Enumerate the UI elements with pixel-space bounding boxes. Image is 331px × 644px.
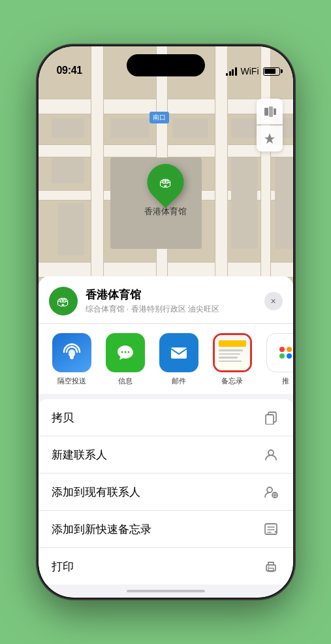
venue-sheet-name: 香港体育馆 [86,287,257,302]
print-icon [262,557,280,575]
action-mail[interactable]: 邮件 [156,333,202,386]
svg-rect-1 [269,106,273,117]
list-item-print[interactable]: 打印 [39,548,293,585]
map-type-button[interactable] [257,99,283,125]
list-item-new-contact[interactable]: 新建联系人 [39,436,293,474]
new-contact-icon [262,445,280,464]
svg-point-17 [268,566,269,568]
action-more[interactable]: 推 [263,333,293,386]
more-label: 推 [282,376,289,386]
list-item-quick-note-label: 添加到新快速备忘录 [52,522,151,537]
svg-rect-10 [266,415,274,425]
list-item-copy[interactable]: 拷贝 [39,399,293,436]
svg-point-11 [268,450,274,455]
action-airdrop[interactable]: 隔空投送 [49,333,95,386]
more-icon [266,333,293,372]
phone-frame: 09:41 WiFi [39,46,293,598]
svg-point-7 [127,351,129,353]
svg-point-6 [124,351,126,353]
mail-label: 邮件 [172,376,186,386]
add-contact-icon [262,483,280,501]
sheet-header: 🏟 香港体育馆 综合体育馆 · 香港特别行政区 油尖旺区 × [39,276,293,323]
messages-icon [106,333,145,372]
list-item-copy-label: 拷贝 [52,410,74,425]
airdrop-label: 隔空投送 [57,376,86,386]
svg-rect-8 [171,347,187,359]
venue-sheet-icon: 🏟 [49,287,78,315]
action-messages[interactable]: 信息 [102,333,148,386]
station-label: 南口 [150,112,169,123]
copy-icon [262,408,280,427]
svg-rect-0 [264,108,268,116]
status-icons: WiFi [226,66,280,76]
list-item-add-contact[interactable]: 添加到现有联系人 [39,474,293,511]
svg-point-12 [267,487,272,492]
list-item-add-contact-label: 添加到现有联系人 [52,485,140,500]
venue-sheet-sub: 综合体育馆 · 香港特别行政区 油尖旺区 [86,304,257,315]
notes-icon [215,335,250,370]
status-time: 09:41 [57,65,82,76]
actions-row: 隔空投送 信息 [39,323,293,394]
messages-label: 信息 [118,376,133,386]
list-section: 拷贝 新建联系人 [39,399,293,585]
wifi-icon: WiFi [241,66,259,76]
list-item-quick-note[interactable]: 添加到新快速备忘录 [39,511,293,548]
close-button[interactable]: × [264,292,283,310]
notes-label: 备忘录 [221,376,243,386]
venue-pin: 🏟 [140,156,191,208]
list-item-new-contact-label: 新建联系人 [52,447,107,462]
location-button[interactable] [257,125,283,152]
home-indicator [127,590,205,592]
list-item-print-label: 打印 [52,559,74,574]
svg-point-5 [121,351,123,353]
signal-icon [226,67,237,76]
dynamic-island [127,54,205,76]
quick-note-icon [262,520,280,538]
map-controls[interactable] [257,99,283,152]
svg-rect-2 [274,108,276,115]
venue-marker: 🏟 香港体育馆 [144,164,187,217]
airdrop-icon [52,333,91,372]
battery-icon [263,67,280,76]
bottom-sheet: 🏟 香港体育馆 综合体育馆 · 香港特别行政区 油尖旺区 × [39,276,293,598]
mail-icon [159,333,198,372]
venue-info: 香港体育馆 综合体育馆 · 香港特别行政区 油尖旺区 [86,287,257,315]
svg-rect-16 [268,568,274,572]
action-notes[interactable]: 备忘录 [210,333,255,386]
